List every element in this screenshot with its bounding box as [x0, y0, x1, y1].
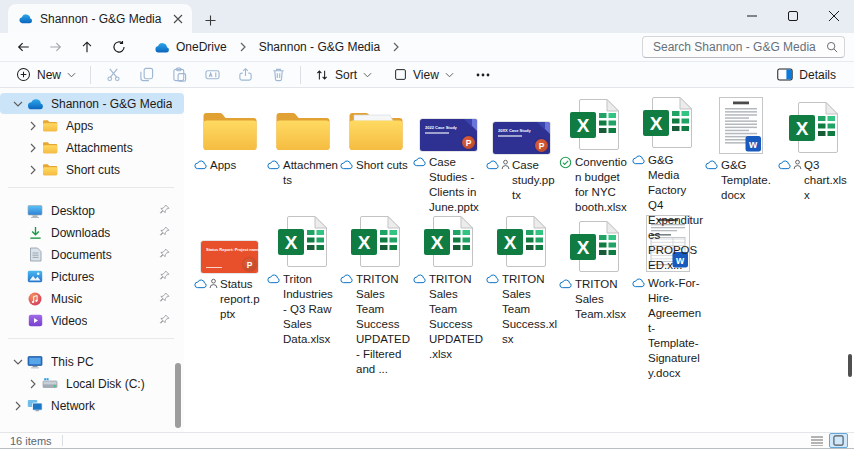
sidebar-item-documents[interactable]: Documents [0, 244, 184, 265]
delete-icon[interactable] [262, 64, 294, 86]
pin-icon [159, 226, 170, 237]
file-item-triton-sales-team-success-updated-xlsx[interactable]: X TRITON Sales Team Success UPDATED.xlsx [412, 215, 485, 334]
chevron-right-icon[interactable] [25, 379, 41, 389]
sidebar-item-attachments[interactable]: Attachments [0, 137, 184, 158]
file-label: Convention budget for NYC booth.xlsx [558, 155, 631, 215]
copy-icon[interactable] [130, 64, 162, 86]
tiles-view-icon[interactable] [829, 433, 848, 448]
sidebar-item-network[interactable]: Network [0, 395, 184, 416]
pin-icon [159, 314, 170, 325]
list-view-icon[interactable] [807, 433, 826, 448]
paste-icon[interactable] [163, 64, 195, 86]
forward-icon[interactable] [40, 34, 70, 60]
sidebar-scrollbar[interactable] [175, 363, 181, 428]
back-icon[interactable] [8, 34, 38, 60]
close-window-button[interactable] [813, 0, 854, 32]
sidebar-item-desktop[interactable]: Desktop [0, 200, 184, 221]
tab-close-icon[interactable] [169, 10, 186, 27]
cut-icon[interactable] [97, 64, 129, 86]
pin-icon [159, 248, 170, 259]
file-item-status-report-pptx[interactable]: Status Report: Project name P Status rep… [193, 215, 266, 334]
file-item-apps[interactable]: Apps [193, 96, 266, 215]
view-button[interactable]: View [386, 65, 462, 85]
slide-title-text: 20XX Case Study [498, 128, 552, 133]
file-label: Status report.pptx [193, 277, 266, 322]
file-item-case-study-pptx[interactable]: 20XX Case Study P Case study.pptx [485, 96, 558, 215]
sidebar-item-this-pc[interactable]: This PC [0, 351, 184, 372]
pptx-blue-icon: 2022 Case Study P [412, 96, 485, 153]
items-count: 16 items [10, 435, 52, 447]
main-scrollbar[interactable] [848, 354, 852, 377]
file-name-text: TRITON Sales Team Success.xlsx [502, 273, 557, 345]
svg-text:X: X [285, 232, 298, 253]
file-label: Short cuts [339, 158, 412, 173]
file-item-case-studies-clients-in-june-pptx[interactable]: 2022 Case Study P Case Studies - Clients… [412, 96, 485, 215]
system-tree-section: This PCLocal Disk (C:)Network [0, 346, 184, 416]
rename-icon[interactable] [196, 64, 228, 86]
slide-title-text: Status Report: Project name [206, 247, 260, 252]
sidebar-item-shannon-g-g-media[interactable]: Shannon - G&G Media [0, 93, 184, 114]
thispc-icon [26, 355, 44, 369]
svg-text:X: X [796, 118, 809, 139]
sidebar-item-local-disk-c[interactable]: Local Disk (C:) [0, 373, 184, 394]
up-icon[interactable] [72, 34, 102, 60]
see-more-button[interactable] [468, 70, 498, 80]
sort-button[interactable]: Sort [307, 65, 380, 85]
file-name-text: G&G Template.docx [721, 159, 771, 201]
file-item-short-cuts[interactable]: Short cuts [339, 96, 412, 215]
sidebar-item-music[interactable]: Music [0, 288, 184, 309]
search-box[interactable] [642, 36, 845, 58]
sidebar-item-label: Downloads [51, 226, 110, 240]
pptx-thumbnail: Status Report: Project name P [201, 241, 258, 273]
file-item-q3-chart-xlsx[interactable]: X Q3 chart.xlsx [777, 96, 850, 215]
chevron-down-icon [445, 72, 454, 78]
onedrive-icon [26, 98, 44, 110]
chevron-down-icon[interactable] [10, 100, 26, 108]
onedrive-cloud-icon [18, 13, 33, 24]
share-icon[interactable] [229, 64, 261, 86]
chevron-right-icon[interactable] [390, 42, 402, 52]
xlsx-icon: X [339, 215, 412, 270]
svg-text:X: X [577, 115, 590, 136]
maximize-button[interactable] [772, 0, 813, 32]
refresh-icon[interactable] [104, 34, 134, 60]
chevron-right-icon[interactable] [10, 401, 26, 411]
file-label: Attachments [266, 158, 339, 188]
chevron-down-icon[interactable] [10, 358, 26, 366]
disk-icon [41, 378, 59, 390]
sidebar-item-videos[interactable]: Videos [0, 310, 184, 331]
file-item-triton-sales-team-success-xlsx[interactable]: X TRITON Sales Team Success.xlsx [485, 215, 558, 334]
xlsx-icon: X [558, 215, 631, 275]
sort-arrows-icon [315, 68, 329, 82]
chevron-down-icon [67, 72, 76, 78]
sidebar-item-apps[interactable]: Apps [0, 115, 184, 136]
sidebar-divider [8, 338, 174, 339]
chevron-right-icon[interactable] [25, 165, 41, 175]
details-button[interactable]: Details [769, 65, 844, 85]
breadcrumb-current-folder[interactable]: Shannon - G&G Media [253, 38, 386, 56]
search-input[interactable] [653, 40, 826, 54]
new-tab-button[interactable] [196, 7, 224, 33]
sidebar-item-label: Network [51, 399, 95, 413]
folder-icon [193, 96, 266, 156]
sidebar-item-pictures[interactable]: Pictures [0, 266, 184, 287]
file-item-attachments[interactable]: Attachments [266, 96, 339, 215]
cloud-status-icon [413, 273, 426, 284]
svg-text:X: X [431, 232, 444, 253]
chevron-right-icon[interactable] [25, 143, 41, 153]
breadcrumb-onedrive[interactable]: OneDrive [148, 38, 233, 56]
file-item-triton-sales-team-success-updated-filter[interactable]: X TRITON Sales Team Success UPDATED - Fi… [339, 215, 412, 334]
file-item-triton-sales-team-xlsx[interactable]: X TRITON Sales Team.xlsx [558, 215, 631, 334]
new-button[interactable]: New [8, 64, 84, 85]
explorer-tab[interactable]: Shannon - G&G Media [8, 4, 192, 33]
sidebar-item-label: Documents [51, 248, 112, 262]
window-controls [731, 0, 854, 32]
file-item-triton-industries-q3-raw-sales-data-xlsx[interactable]: X Triton Industries - Q3 Raw Sales Data.… [266, 215, 339, 334]
chevron-right-icon[interactable] [25, 121, 41, 131]
sidebar-item-downloads[interactable]: Downloads [0, 222, 184, 243]
minimize-button[interactable] [731, 0, 772, 32]
file-item-convention-budget-for-nyc-booth-xlsx[interactable]: X Convention budget for NYC booth.xlsx [558, 96, 631, 215]
sidebar-item-short-cuts[interactable]: Short cuts [0, 159, 184, 180]
file-item-g-g-template-docx[interactable]: w G&G Template.docx [704, 96, 777, 215]
file-item-g-g-media-factory-q4-expenditures-propos[interactable]: X G&G Media Factory Q4 Expenditures PROP… [631, 96, 704, 215]
